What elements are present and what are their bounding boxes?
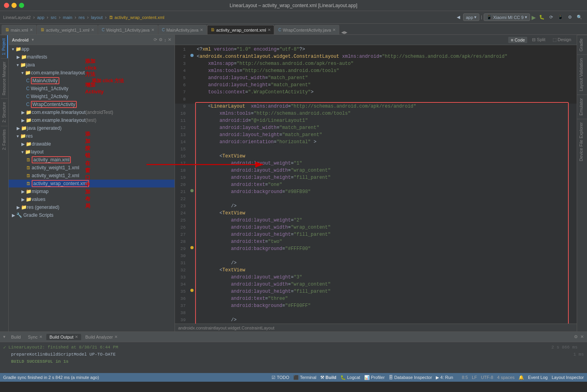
back-btn[interactable]: ◀ (455, 14, 462, 21)
tree-app[interactable]: ▾ 📁 app (9, 45, 175, 53)
tab-favorites[interactable]: 2: Favorites (1, 126, 8, 153)
build-tab-sync-close[interactable]: ✕ (39, 335, 42, 339)
build-close-btn[interactable]: ✕ (580, 334, 584, 339)
run-button[interactable]: ▶ (532, 14, 536, 21)
close-button[interactable] (4, 3, 9, 8)
status-profiler[interactable]: 📊 Profiler (364, 375, 385, 380)
tree-java[interactable]: ▾ 📁 java (9, 61, 175, 69)
tab-close-mj[interactable]: ✕ (200, 28, 203, 32)
tab-wrap-java[interactable]: C WrapContentActivity.java ✕ (275, 25, 339, 34)
build-settings-btn[interactable]: ⚙ (574, 334, 578, 339)
status-build[interactable]: ⚒ Build (320, 375, 336, 380)
tree-test[interactable]: ▶ 📁 com.example.linearlayout (test) (9, 116, 175, 124)
search-btn[interactable]: 🔍 (575, 14, 584, 21)
build-tab-sync[interactable]: Sync ✕ (25, 334, 45, 340)
device-dropdown[interactable]: 📱 Xiaomi MI CC 9 ▾ (484, 13, 530, 21)
tree-androidtest[interactable]: ▶ 📁 com.example.linearlayout (androidTes… (9, 108, 175, 116)
tab-close-w1[interactable]: ✕ (91, 28, 94, 32)
tree-res[interactable]: ▾ 📁 res (9, 132, 175, 140)
breadcrumb-layout[interactable]: layout (91, 15, 103, 20)
right-tab-emulator[interactable]: Emulator (577, 95, 587, 119)
minimize-button[interactable] (11, 3, 17, 8)
tree-mipmap[interactable]: ▶ 📁 mipmap (9, 187, 175, 195)
breadcrumb-main[interactable]: main (63, 15, 72, 20)
tab-close-wj[interactable]: ✕ (151, 28, 154, 32)
breadcrumb-file[interactable]: 🖺 activity_wrap_content.xml (109, 15, 164, 20)
build-tab-output-close[interactable]: ✕ (75, 335, 78, 339)
sdk-btn[interactable]: ⚙ (566, 14, 574, 21)
build-content: ✓ LinearLayout2: finished at 8/30/21 6:4… (0, 342, 587, 373)
panel-close-btn[interactable]: ✕ (168, 37, 171, 42)
tab-label-main: main.xml (11, 28, 28, 32)
tree-values[interactable]: ▶ 📁 values (9, 195, 175, 203)
status-db-inspector[interactable]: 🗄 Database Inspector (389, 375, 432, 380)
tab-weight1-xml[interactable]: 🖺 activity_weight1_1.xml ✕ (37, 25, 98, 34)
tab-weight1-java[interactable]: C Weight1_1Activity.java ✕ (98, 25, 158, 34)
tree-wrap-xml[interactable]: 🖺 activity_wrap_content.xml (9, 180, 175, 187)
build-tab-build[interactable]: Build (8, 334, 24, 340)
view-design-btn[interactable]: ⬚ Design (550, 36, 574, 43)
main-area: 1: Project Resource Manager 2: Structure… (0, 35, 587, 331)
build-tab-output[interactable]: Build Output ✕ (46, 334, 82, 340)
view-split-btn[interactable]: ⊟ Split (530, 36, 547, 43)
tab-structure[interactable]: 2: Structure (1, 98, 8, 126)
project-name[interactable]: LinearLayout2 (3, 15, 31, 20)
build-panel-toggle[interactable]: ▾ (3, 334, 6, 339)
sync-btn[interactable]: ⟳ (548, 14, 555, 21)
code-editor[interactable]: 1 <?xml version="1.0" encoding="utf-8"?>… (175, 45, 577, 324)
build-tab-analyzer-close[interactable]: ✕ (114, 335, 118, 339)
right-tab-gradle[interactable]: Gradle (577, 35, 587, 55)
app-dropdown[interactable]: app ▾ (463, 13, 479, 21)
editor-status-bar: androidx.constraintlayout.widget.Constra… (175, 324, 577, 331)
status-encoding: UTF-8 (481, 375, 493, 380)
breadcrumb-app[interactable]: app (37, 15, 44, 20)
tab-main-xml[interactable]: 🖺 main.xml ✕ (2, 25, 36, 34)
tree-weight12[interactable]: C Weight1_2Activity (9, 93, 175, 100)
status-event-log[interactable]: Event Log (528, 375, 548, 380)
tab-close-wcj[interactable]: ✕ (332, 28, 336, 32)
tree-mainactivity[interactable]: C MainActivity (9, 77, 175, 85)
panel-expand-btn[interactable]: ↕ (164, 37, 167, 42)
build-tab-sync-label: Sync (28, 335, 37, 339)
debug-btn[interactable]: 🐛 (538, 14, 546, 21)
tree-activity-main[interactable]: 🖺 activity_main.xml (9, 156, 175, 164)
right-tab-device-file[interactable]: Device File Explorer (577, 119, 587, 164)
tree-res-gen[interactable]: ▶ 📁 res (generated) (9, 203, 175, 211)
tab-close-wx[interactable]: ✕ (268, 28, 271, 32)
tree-wrapcontent[interactable]: C WrapContentActivity (9, 100, 175, 108)
tree-weight11[interactable]: C Weight1_1Activity (9, 85, 175, 93)
tree-package[interactable]: ▾ 📁 com.example.linearlayout (9, 69, 175, 77)
avd-btn[interactable]: 📱 (556, 14, 565, 21)
tab-wrap-xml[interactable]: 🖺 activity_wrap_content.xml ✕ (207, 25, 274, 34)
build-tab-analyzer[interactable]: Build Analyzer ✕ (82, 334, 121, 340)
breadcrumb-res[interactable]: res (79, 15, 85, 20)
tab-project[interactable]: 1: Project (0, 35, 8, 58)
status-bell: 🔔 (519, 375, 524, 380)
tab-close-main[interactable]: ✕ (30, 28, 33, 32)
tree-drawable[interactable]: ▶ 📁 drawable (9, 140, 175, 148)
panel-config-btn[interactable]: ⚙ (159, 37, 163, 42)
panel-header: Android ▾ ⟳ ⚙ ↕ ✕ (9, 35, 175, 45)
tab-resource[interactable]: Resource Manager (1, 58, 8, 98)
tree-manifests[interactable]: ▶ 📁 manifests (9, 53, 175, 61)
maximize-button[interactable] (19, 3, 24, 8)
tree-w12-xml[interactable]: 🖺 activity_weight1_2.xml (9, 172, 175, 180)
top-toolbar: LinearLayout2 › app › src › main › res ›… (0, 11, 587, 24)
tree-gradle[interactable]: ▶ 🔧 Gradle Scripts (9, 211, 175, 219)
status-logcat[interactable]: 🐛 Logcat (340, 375, 360, 380)
code-line-16: 16 <TextView (175, 153, 577, 161)
right-tab-layout-validation[interactable]: Layout Validation (577, 55, 587, 95)
tree-java-gen[interactable]: ▶ 📁 java (generated) (9, 124, 175, 132)
view-code-btn[interactable]: ≡ Code (508, 37, 527, 43)
tree-w11-xml[interactable]: 🖺 activity_weight1_1.xml (9, 164, 175, 172)
status-run[interactable]: ▶ 4: Run (436, 375, 453, 380)
tab-overflow[interactable]: ◀▶ (341, 30, 348, 34)
breadcrumb-src[interactable]: src (51, 15, 57, 20)
status-layout-inspector[interactable]: Layout Inspector (552, 375, 584, 380)
tab-main-java[interactable]: C MainActivity.java ✕ (158, 25, 207, 34)
tree-layout[interactable]: ▾ 📁 layout (9, 148, 175, 156)
status-todo[interactable]: ☑ TODO (272, 375, 289, 380)
panel-sync-btn[interactable]: ⟳ (154, 37, 157, 42)
status-terminal[interactable]: ⬛ Terminal (293, 375, 316, 380)
window-controls[interactable] (4, 3, 24, 8)
